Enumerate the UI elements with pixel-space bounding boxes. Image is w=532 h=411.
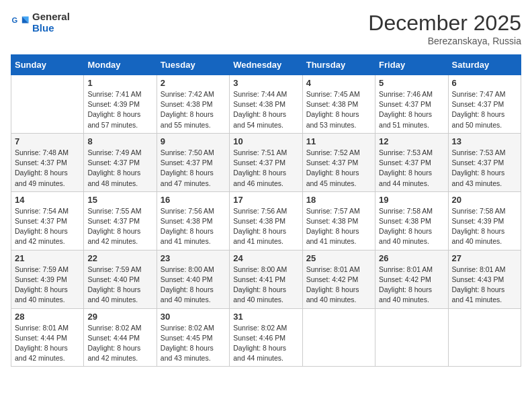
- day-info: Sunrise: 7:53 AM Sunset: 4:37 PM Dayligh…: [379, 148, 444, 189]
- weekday-saturday: Saturday: [448, 55, 521, 75]
- calendar-cell: 23Sunrise: 8:00 AM Sunset: 4:40 PM Dayli…: [157, 250, 229, 308]
- day-info: Sunrise: 7:58 AM Sunset: 4:38 PM Dayligh…: [379, 206, 444, 247]
- calendar-cell: [375, 308, 448, 367]
- calendar-week-1: 1Sunrise: 7:41 AM Sunset: 4:39 PM Daylig…: [11, 75, 521, 134]
- weekday-sunday: Sunday: [11, 55, 84, 75]
- day-info: Sunrise: 7:56 AM Sunset: 4:38 PM Dayligh…: [233, 206, 298, 247]
- day-info: Sunrise: 7:45 AM Sunset: 4:38 PM Dayligh…: [306, 89, 371, 130]
- day-info: Sunrise: 7:59 AM Sunset: 4:40 PM Dayligh…: [87, 265, 152, 306]
- calendar-cell: 16Sunrise: 7:56 AM Sunset: 4:38 PM Dayli…: [157, 191, 229, 250]
- calendar-cell: 15Sunrise: 7:55 AM Sunset: 4:37 PM Dayli…: [84, 191, 157, 250]
- day-number: 1: [87, 78, 152, 88]
- day-number: 4: [306, 78, 371, 88]
- day-number: 11: [306, 136, 371, 146]
- day-number: 2: [161, 78, 226, 88]
- day-number: 16: [161, 195, 226, 205]
- day-info: Sunrise: 8:02 AM Sunset: 4:44 PM Dayligh…: [87, 323, 152, 364]
- day-number: 24: [233, 253, 298, 263]
- day-info: Sunrise: 8:02 AM Sunset: 4:45 PM Dayligh…: [161, 323, 226, 364]
- day-number: 8: [87, 136, 152, 146]
- calendar-cell: 6Sunrise: 7:47 AM Sunset: 4:37 PM Daylig…: [448, 75, 521, 134]
- day-info: Sunrise: 7:53 AM Sunset: 4:37 PM Dayligh…: [452, 148, 517, 189]
- calendar-cell: 2Sunrise: 7:42 AM Sunset: 4:38 PM Daylig…: [157, 75, 229, 134]
- weekday-thursday: Thursday: [302, 55, 375, 75]
- calendar-cell: [448, 308, 521, 367]
- calendar-table: SundayMondayTuesdayWednesdayThursdayFrid…: [11, 54, 521, 367]
- day-number: 9: [161, 136, 226, 146]
- calendar-body: 1Sunrise: 7:41 AM Sunset: 4:39 PM Daylig…: [11, 75, 521, 367]
- day-info: Sunrise: 7:51 AM Sunset: 4:37 PM Dayligh…: [233, 148, 298, 189]
- day-number: 14: [15, 195, 80, 205]
- day-number: 12: [379, 136, 444, 146]
- day-info: Sunrise: 8:00 AM Sunset: 4:41 PM Dayligh…: [233, 265, 298, 306]
- day-info: Sunrise: 8:01 AM Sunset: 4:44 PM Dayligh…: [15, 323, 80, 364]
- day-info: Sunrise: 8:01 AM Sunset: 4:43 PM Dayligh…: [452, 265, 517, 306]
- calendar-week-5: 28Sunrise: 8:01 AM Sunset: 4:44 PM Dayli…: [11, 308, 521, 367]
- calendar-cell: 24Sunrise: 8:00 AM Sunset: 4:41 PM Dayli…: [230, 250, 302, 308]
- day-number: 20: [452, 195, 517, 205]
- calendar-cell: [302, 308, 375, 367]
- day-info: Sunrise: 7:42 AM Sunset: 4:38 PM Dayligh…: [161, 89, 226, 130]
- calendar-cell: 3Sunrise: 7:44 AM Sunset: 4:38 PM Daylig…: [230, 75, 302, 134]
- title-block: December 2025 Berezanskaya, Russia: [368, 11, 521, 46]
- day-info: Sunrise: 8:00 AM Sunset: 4:40 PM Dayligh…: [161, 265, 226, 306]
- day-number: 19: [379, 195, 444, 205]
- day-number: 27: [452, 253, 517, 263]
- calendar-cell: 13Sunrise: 7:53 AM Sunset: 4:37 PM Dayli…: [448, 133, 521, 191]
- svg-text:G: G: [11, 17, 17, 25]
- calendar-week-2: 7Sunrise: 7:48 AM Sunset: 4:37 PM Daylig…: [11, 133, 521, 191]
- day-number: 25: [306, 253, 371, 263]
- calendar-cell: [11, 75, 84, 134]
- day-info: Sunrise: 7:52 AM Sunset: 4:37 PM Dayligh…: [306, 148, 371, 189]
- logo-text: General Blue: [32, 11, 70, 34]
- day-number: 7: [15, 136, 80, 146]
- calendar-cell: 12Sunrise: 7:53 AM Sunset: 4:37 PM Dayli…: [375, 133, 448, 191]
- day-info: Sunrise: 7:56 AM Sunset: 4:38 PM Dayligh…: [161, 206, 226, 247]
- day-info: Sunrise: 7:54 AM Sunset: 4:37 PM Dayligh…: [15, 206, 80, 247]
- calendar-cell: 20Sunrise: 7:58 AM Sunset: 4:39 PM Dayli…: [448, 191, 521, 250]
- day-number: 5: [379, 78, 444, 88]
- calendar-cell: 4Sunrise: 7:45 AM Sunset: 4:38 PM Daylig…: [302, 75, 375, 134]
- day-info: Sunrise: 7:49 AM Sunset: 4:37 PM Dayligh…: [87, 148, 152, 189]
- day-info: Sunrise: 7:57 AM Sunset: 4:38 PM Dayligh…: [306, 206, 371, 247]
- day-number: 26: [379, 253, 444, 263]
- day-number: 15: [87, 195, 152, 205]
- calendar-cell: 7Sunrise: 7:48 AM Sunset: 4:37 PM Daylig…: [11, 133, 84, 191]
- day-info: Sunrise: 7:47 AM Sunset: 4:37 PM Dayligh…: [452, 89, 517, 130]
- calendar-week-3: 14Sunrise: 7:54 AM Sunset: 4:37 PM Dayli…: [11, 191, 521, 250]
- calendar-cell: 29Sunrise: 8:02 AM Sunset: 4:44 PM Dayli…: [84, 308, 157, 367]
- weekday-header-row: SundayMondayTuesdayWednesdayThursdayFrid…: [11, 55, 521, 75]
- calendar-cell: 25Sunrise: 8:01 AM Sunset: 4:42 PM Dayli…: [302, 250, 375, 308]
- day-number: 10: [233, 136, 298, 146]
- calendar-cell: 31Sunrise: 8:02 AM Sunset: 4:46 PM Dayli…: [230, 308, 302, 367]
- calendar-cell: 21Sunrise: 7:59 AM Sunset: 4:39 PM Dayli…: [11, 250, 84, 308]
- day-info: Sunrise: 7:58 AM Sunset: 4:39 PM Dayligh…: [452, 206, 517, 247]
- day-info: Sunrise: 7:44 AM Sunset: 4:38 PM Dayligh…: [233, 89, 298, 130]
- day-number: 18: [306, 195, 371, 205]
- weekday-tuesday: Tuesday: [157, 55, 229, 75]
- weekday-wednesday: Wednesday: [230, 55, 302, 75]
- weekday-friday: Friday: [375, 55, 448, 75]
- day-number: 13: [452, 136, 517, 146]
- calendar-cell: 28Sunrise: 8:01 AM Sunset: 4:44 PM Dayli…: [11, 308, 84, 367]
- calendar-cell: 10Sunrise: 7:51 AM Sunset: 4:37 PM Dayli…: [230, 133, 302, 191]
- month-year: December 2025: [368, 11, 521, 36]
- day-number: 23: [161, 253, 226, 263]
- day-number: 28: [15, 312, 80, 322]
- calendar-cell: 22Sunrise: 7:59 AM Sunset: 4:40 PM Dayli…: [84, 250, 157, 308]
- day-number: 3: [233, 78, 298, 88]
- calendar-cell: 5Sunrise: 7:46 AM Sunset: 4:37 PM Daylig…: [375, 75, 448, 134]
- day-info: Sunrise: 8:02 AM Sunset: 4:46 PM Dayligh…: [233, 323, 298, 364]
- calendar-cell: 11Sunrise: 7:52 AM Sunset: 4:37 PM Dayli…: [302, 133, 375, 191]
- calendar-cell: 17Sunrise: 7:56 AM Sunset: 4:38 PM Dayli…: [230, 191, 302, 250]
- weekday-monday: Monday: [84, 55, 157, 75]
- day-info: Sunrise: 8:01 AM Sunset: 4:42 PM Dayligh…: [306, 265, 371, 306]
- day-number: 30: [161, 312, 226, 322]
- day-number: 31: [233, 312, 298, 322]
- calendar-cell: 30Sunrise: 8:02 AM Sunset: 4:45 PM Dayli…: [157, 308, 229, 367]
- location: Berezanskaya, Russia: [368, 36, 521, 46]
- calendar-cell: 27Sunrise: 8:01 AM Sunset: 4:43 PM Dayli…: [448, 250, 521, 308]
- day-number: 21: [15, 253, 80, 263]
- calendar-cell: 18Sunrise: 7:57 AM Sunset: 4:38 PM Dayli…: [302, 191, 375, 250]
- logo-icon: G: [11, 13, 30, 32]
